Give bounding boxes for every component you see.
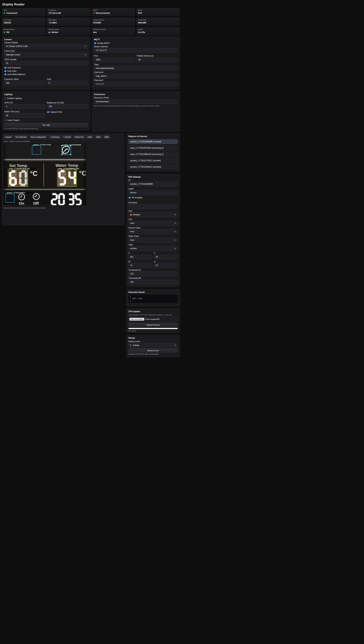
svg-text:symbol_1773511693912: symbol_1773511693912 bbox=[6, 192, 25, 194]
svg-text:value_1773510873644 (2d): value_1773510873644 (2d) bbox=[9, 168, 30, 170]
svg-text:d1: d1 bbox=[19, 170, 21, 172]
svg-text:d0: d0 bbox=[58, 170, 60, 171]
svg-text:d1: d1 bbox=[71, 170, 73, 171]
svg-text:d0: d0 bbox=[9, 170, 10, 172]
